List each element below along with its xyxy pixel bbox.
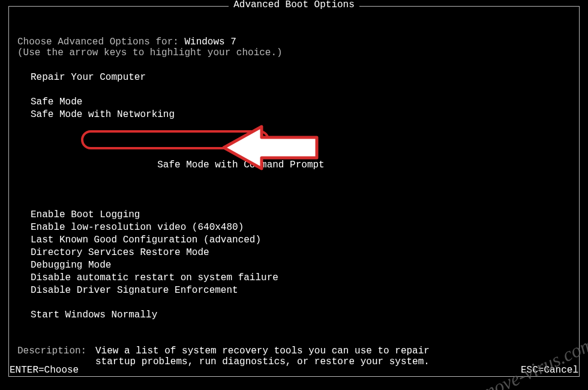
- annotation-circle: Safe Mode with Command Prompt: [88, 134, 325, 184]
- option-last-known[interactable]: Last Known Good Configuration (advanced): [31, 234, 571, 247]
- footer-esc: ESC=Cancel: [521, 365, 578, 376]
- option-dsrm[interactable]: Directory Services Restore Mode: [31, 247, 571, 259]
- os-name: Windows 7: [184, 37, 236, 47]
- option-safe-mode-cmd[interactable]: Safe Mode with Command Prompt: [31, 121, 571, 197]
- content-area: Choose Advanced Options for: Windows 7 (…: [9, 7, 579, 376]
- options-list: Repair Your Computer Safe Mode Safe Mode…: [31, 71, 571, 322]
- option-safe-mode-networking[interactable]: Safe Mode with Networking: [31, 109, 571, 121]
- circle-shape: [81, 130, 273, 151]
- hint-line: (Use the arrow keys to highlight your ch…: [17, 47, 571, 58]
- option-no-driver-sig[interactable]: Disable Driver Signature Enforcement: [31, 284, 571, 297]
- option-no-auto-restart[interactable]: Disable automatic restart on system fail…: [31, 272, 571, 284]
- description-line1: View a list of system recovery tools you…: [95, 346, 430, 356]
- option-boot-log[interactable]: Enable Boot Logging: [31, 209, 571, 221]
- footer-enter: ENTER=Choose: [10, 365, 79, 376]
- choose-prefix: Choose Advanced Options for:: [17, 37, 184, 47]
- option-debug[interactable]: Debugging Mode: [31, 259, 571, 272]
- choose-line: Choose Advanced Options for: Windows 7: [17, 37, 571, 47]
- option-repair[interactable]: Repair Your Computer: [31, 71, 571, 84]
- option-safe-mode-cmd-label: Safe Mode with Command Prompt: [157, 160, 324, 170]
- footer-bar: ENTER=Choose ESC=Cancel: [10, 365, 578, 376]
- option-low-res[interactable]: Enable low-resolution video (640x480): [31, 221, 571, 234]
- description-label: Description:: [17, 346, 95, 356]
- description-block: Description: View a list of system recov…: [17, 346, 571, 367]
- boot-options-frame: Advanced Boot Options Choose Advanced Op…: [8, 6, 580, 377]
- option-start-normally[interactable]: Start Windows Normally: [31, 309, 571, 322]
- svg-rect-0: [82, 131, 268, 148]
- option-safe-mode[interactable]: Safe Mode: [31, 96, 571, 109]
